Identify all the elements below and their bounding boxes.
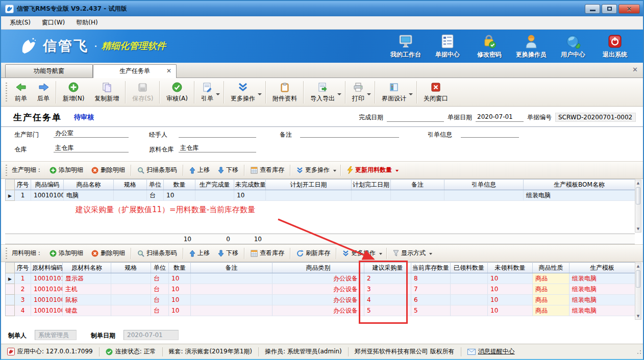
prod-move-up-button[interactable]: 上移 xyxy=(185,164,214,176)
cell[interactable]: 键盘 xyxy=(63,305,111,316)
pull-doc-button[interactable]: 引单 xyxy=(196,80,222,105)
col-header[interactable]: 建议采购量 xyxy=(364,263,411,273)
prev-doc-button[interactable]: 前单 xyxy=(10,80,32,105)
cell[interactable]: 4 xyxy=(15,305,31,316)
user-center-button[interactable]: 用户中心 xyxy=(552,33,594,59)
doc-date-field[interactable]: 2020-07-01 xyxy=(476,113,524,122)
copy-new-button[interactable]: 复制新增 xyxy=(89,80,124,105)
cell[interactable]: 10 xyxy=(488,284,533,295)
mat-refresh-stock-button[interactable]: 刷新库存 xyxy=(292,247,334,260)
tab-close-icon[interactable]: ✕ xyxy=(166,65,171,78)
cell[interactable] xyxy=(451,284,488,295)
cell[interactable]: 台 xyxy=(147,190,164,201)
cell[interactable]: 商品 xyxy=(533,273,569,284)
material-scrollbar[interactable]: ▲ ▼ xyxy=(635,263,641,320)
col-header[interactable]: 引单信息 xyxy=(444,179,524,190)
col-header[interactable]: 原材料编码 xyxy=(31,263,63,273)
col-header[interactable]: 未领料数量 xyxy=(488,263,533,273)
cell[interactable]: 显示器 xyxy=(63,273,111,284)
col-header[interactable]: 备注 xyxy=(391,179,444,190)
cell[interactable]: 组装电脑 xyxy=(569,273,635,284)
new-doc-button[interactable]: 新增(N) xyxy=(58,80,89,105)
cell[interactable]: 8 xyxy=(411,273,451,284)
cell[interactable]: 办公设备 xyxy=(273,284,364,295)
cell[interactable]: 100101008 xyxy=(31,295,63,305)
col-header[interactable]: 商品编码 xyxy=(31,179,64,190)
cell[interactable]: 办公设备 xyxy=(273,273,364,284)
col-header[interactable]: 生产模板BOM名称 xyxy=(524,179,635,190)
cell[interactable]: 台 xyxy=(151,273,169,284)
cell[interactable]: 组装电脑 xyxy=(569,305,635,316)
cell[interactable] xyxy=(191,273,273,284)
cell[interactable]: 商品 xyxy=(533,305,569,316)
col-header[interactable]: 序号 xyxy=(15,179,31,190)
cell[interactable]: 鼠标 xyxy=(63,295,111,305)
scroll-up-icon[interactable]: ▲ xyxy=(635,181,641,185)
tabstrip-close-icon[interactable]: ✕ xyxy=(632,66,638,73)
cell[interactable] xyxy=(111,284,151,295)
save-button[interactable]: 保存(S) xyxy=(127,80,158,105)
prod-scan-barcode-button[interactable]: 扫描条形码 xyxy=(133,164,181,176)
remark-field[interactable] xyxy=(300,129,399,138)
tab-navigation-pane[interactable]: 功能导航窗 xyxy=(5,64,93,78)
menu-system[interactable]: 系统(S) xyxy=(4,17,36,29)
col-header[interactable]: 数量 xyxy=(169,263,191,273)
update-material-qty-button[interactable]: 更新用料数量 xyxy=(343,164,401,176)
cell[interactable]: 100101010 xyxy=(31,273,63,284)
tab-production-task[interactable]: 生产任务单 ✕ xyxy=(93,64,177,78)
warehouse-field[interactable]: 主仓库 xyxy=(54,144,129,152)
cell[interactable]: 5 xyxy=(411,305,451,316)
cell[interactable] xyxy=(195,190,234,201)
audit-button[interactable]: 审核(A) xyxy=(161,80,193,105)
cell[interactable] xyxy=(451,295,488,305)
cell[interactable]: 办公设备 xyxy=(273,305,364,316)
close-button[interactable]: ✕ xyxy=(618,4,640,14)
cell[interactable]: 1 xyxy=(15,190,31,201)
mat-more-operations-button[interactable]: 更多操作 xyxy=(338,247,385,260)
cell[interactable] xyxy=(191,295,273,305)
col-header[interactable]: 原材料名称 xyxy=(63,263,111,273)
scroll-up-icon[interactable]: ▲ xyxy=(635,264,641,268)
col-header[interactable]: 数量 xyxy=(164,179,195,190)
cell[interactable] xyxy=(266,190,352,201)
material-row[interactable]: 2100101009主机台10办公设备3710商品组装电脑 xyxy=(6,284,635,295)
cell[interactable]: 10 xyxy=(488,295,533,305)
change-password-button[interactable]: 修改密码 xyxy=(468,33,510,59)
menu-window[interactable]: 窗口(W) xyxy=(36,17,70,29)
prod-delete-row-button[interactable]: 删除明细 xyxy=(87,164,129,176)
scroll-thumb[interactable] xyxy=(636,187,640,204)
cell[interactable]: 10 xyxy=(169,305,191,316)
cell[interactable]: 100101006 xyxy=(31,190,64,201)
material-row[interactable]: 3100101008鼠标台10办公设备4610商品组装电脑 xyxy=(6,295,635,305)
cell[interactable] xyxy=(352,190,391,201)
col-header[interactable]: 商品类别 xyxy=(273,263,364,273)
production-scrollbar[interactable]: ▲ ▼ xyxy=(635,179,641,233)
production-row[interactable]: ▶ 1 100101006 电脑 台 10 10 组装电脑 xyxy=(6,190,635,201)
dept-field[interactable]: 办公室 xyxy=(54,129,129,138)
cell[interactable]: 办公设备 xyxy=(273,295,364,305)
message-center-link[interactable]: 消息提醒中心 xyxy=(461,347,521,356)
handler-field[interactable] xyxy=(179,129,256,138)
scroll-down-icon[interactable]: ▼ xyxy=(635,227,641,231)
cell[interactable]: 10 xyxy=(169,284,191,295)
col-header[interactable]: 序号 xyxy=(15,263,31,273)
cell[interactable]: 10 xyxy=(169,295,191,305)
scroll-down-icon[interactable]: ▼ xyxy=(635,314,641,318)
workbench-button[interactable]: 我的工作台 xyxy=(385,33,427,59)
mat-scan-barcode-button[interactable]: 扫描条形码 xyxy=(133,247,181,260)
cell[interactable]: 6 xyxy=(411,295,451,305)
cell[interactable]: 组装电脑 xyxy=(524,190,635,201)
print-button[interactable]: 打印 xyxy=(347,80,374,105)
col-header[interactable]: 单位 xyxy=(147,179,164,190)
cell[interactable] xyxy=(451,273,488,284)
cell[interactable]: 10 xyxy=(488,305,533,316)
material-row[interactable]: ▶ 1100101010显示器台10办公设备2810商品组装电脑 xyxy=(6,273,635,284)
prod-move-down-button[interactable]: 下移 xyxy=(214,164,242,176)
mat-move-down-button[interactable]: 下移 xyxy=(214,247,242,260)
ui-design-button[interactable]: 界面设计 xyxy=(377,80,415,105)
cell[interactable]: 组装电脑 xyxy=(569,295,635,305)
cell[interactable]: 电脑 xyxy=(64,190,114,201)
cell[interactable]: 3 xyxy=(15,295,31,305)
cell[interactable]: 5 xyxy=(364,305,411,316)
cell[interactable]: 10 xyxy=(488,273,533,284)
